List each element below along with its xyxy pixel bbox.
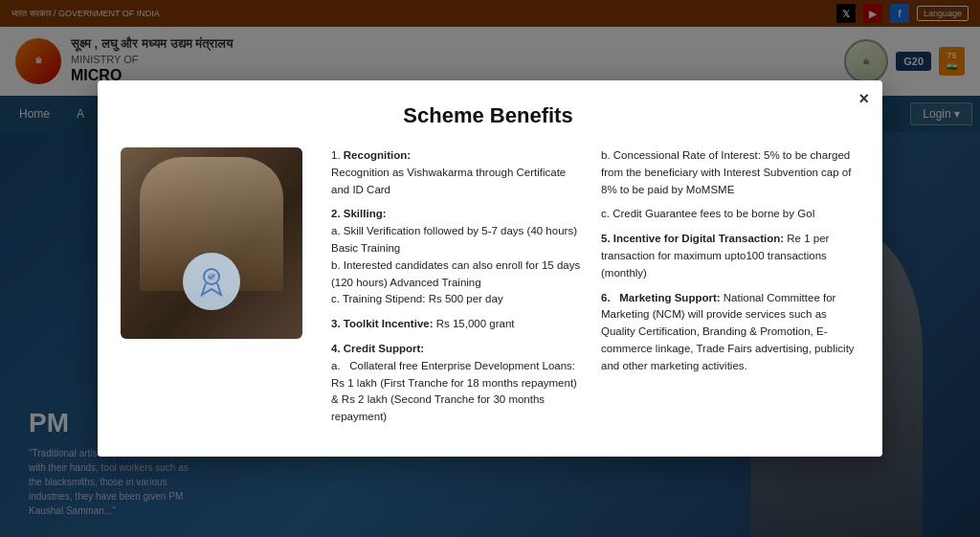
- point-interest-b: b. Concessional Rate of Interest: 5% to …: [601, 147, 856, 198]
- modal-left-text-column: 1. Recognition: Recognition as Vishwakar…: [331, 147, 586, 434]
- scheme-benefits-modal: × Scheme Benefits: [98, 80, 882, 457]
- point-3-text: Rs 15,000 grant: [434, 318, 515, 329]
- modal-right-text-column: b. Concessional Rate of Interest: 5% to …: [601, 147, 856, 434]
- point-6-num: 6.: [601, 292, 619, 303]
- point-6-title: Marketing Support:: [619, 292, 720, 303]
- point-credit: 4. Credit Support: a. Collateral free En…: [331, 341, 586, 426]
- modal-title: Scheme Benefits: [121, 103, 856, 128]
- point-3-title: Toolkit Incentive:: [344, 318, 434, 329]
- point-4-title: Credit Support:: [344, 343, 424, 354]
- point-2-title: Skilling:: [344, 208, 387, 219]
- point-2c: c. Training Stipend: Rs 500 per day: [331, 293, 503, 304]
- point-toolkit: 3. Toolkit Incentive: Rs 15,000 grant: [331, 316, 586, 333]
- award-svg: [194, 264, 229, 299]
- point-5-num: 5.: [601, 233, 613, 244]
- point-credit-guarantee: c. Credit Guarantee fees to be borne by …: [601, 206, 856, 223]
- interest-b-text: b. Concessional Rate of Interest: 5% to …: [601, 149, 851, 195]
- point-2b: b. Interested candidates can also enroll…: [331, 259, 580, 288]
- award-icon-circle: [183, 253, 240, 310]
- point-6-text: National Committee for Marketing (NCM) w…: [601, 292, 855, 371]
- modal-close-button[interactable]: ×: [858, 90, 869, 107]
- point-1-num: 1.: [331, 149, 344, 161]
- modal-body: 1. Recognition: Recognition as Vishwakar…: [121, 147, 856, 434]
- point-1-title: Recognition:: [344, 149, 411, 161]
- point-3-num: 3.: [331, 318, 344, 329]
- point-marketing: 6. Marketing Support: National Committee…: [601, 290, 856, 375]
- modal-overlay[interactable]: × Scheme Benefits: [0, 0, 980, 537]
- point-4-num: 4.: [331, 343, 344, 354]
- modal-content-columns: 1. Recognition: Recognition as Vishwakar…: [331, 147, 856, 434]
- modal-image: [121, 147, 302, 339]
- point-5-title: Incentive for Digital Transaction:: [613, 233, 784, 244]
- modal-image-column: [121, 147, 312, 434]
- point-4a: a. Collateral free Enterprise Developmen…: [331, 360, 577, 422]
- point-digital: 5. Incentive for Digital Transaction: Re…: [601, 231, 856, 281]
- credit-guarantee-text: c. Credit Guarantee fees to be borne by …: [601, 208, 815, 219]
- point-recognition: 1. Recognition: Recognition as Vishwakar…: [331, 147, 586, 198]
- point-2-num: 2.: [331, 208, 344, 219]
- point-2a: a. Skill Verification followed by 5-7 da…: [331, 225, 577, 254]
- point-skilling: 2. Skilling: a. Skill Verification follo…: [331, 206, 586, 308]
- point-1-text: Recognition as Vishwakarma through Certi…: [331, 167, 566, 195]
